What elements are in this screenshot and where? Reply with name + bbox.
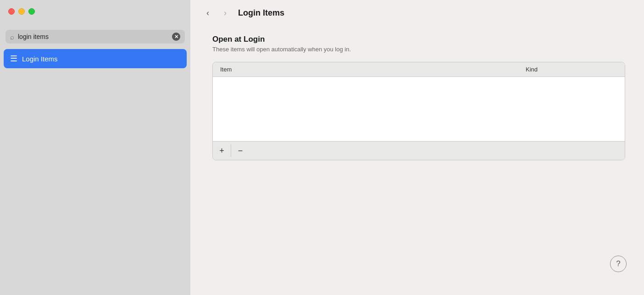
traffic-lights <box>8 8 35 15</box>
login-items-table: Item Kind + − <box>212 62 625 160</box>
close-button[interactable] <box>8 8 15 15</box>
sidebar-item-label: Login Items <box>22 55 58 63</box>
search-icon: ⌕ <box>10 33 14 41</box>
table-footer: + − <box>213 141 625 160</box>
help-button[interactable]: ? <box>610 256 627 272</box>
search-input[interactable] <box>18 33 168 40</box>
back-button[interactable]: ‹ <box>201 6 214 19</box>
minimize-button[interactable] <box>18 8 25 15</box>
section-subtitle: These items will open automatically when… <box>212 46 625 53</box>
main-content: ‹ › Login Items Open at Login These item… <box>190 0 644 295</box>
table-header: Item Kind <box>213 62 625 77</box>
topbar: ‹ › Login Items <box>190 0 644 26</box>
list-icon: ☰ <box>10 54 17 64</box>
maximize-button[interactable] <box>28 8 35 15</box>
content-area: Open at Login These items will open auto… <box>190 26 644 295</box>
col-header-item: Item <box>220 66 526 73</box>
sidebar-item-login-items[interactable]: ☰ Login Items <box>4 49 187 68</box>
sidebar: ⌕ ✕ ☰ Login Items <box>0 0 190 295</box>
section-title: Open at Login <box>212 35 625 44</box>
table-body <box>213 77 625 141</box>
remove-item-button[interactable]: − <box>231 144 250 157</box>
search-clear-button[interactable]: ✕ <box>172 33 180 41</box>
page-title: Login Items <box>238 8 284 18</box>
add-item-button[interactable]: + <box>213 144 231 157</box>
search-bar: ⌕ ✕ <box>6 30 185 44</box>
forward-button[interactable]: › <box>219 6 232 19</box>
col-header-kind: Kind <box>526 66 617 73</box>
